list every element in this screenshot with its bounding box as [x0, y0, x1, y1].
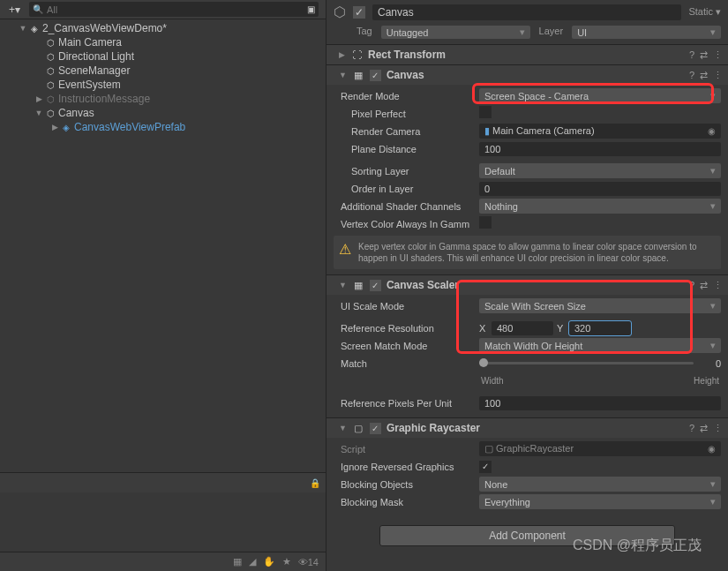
layers-icon[interactable]: ◢: [249, 556, 256, 567]
menu-icon[interactable]: ⋮: [713, 423, 723, 434]
auto-icon[interactable]: 🔒: [310, 478, 320, 488]
foldout-icon[interactable]: ▶: [339, 50, 345, 59]
gameobject-icon: ⬡: [334, 4, 346, 20]
ref-res-x-field[interactable]: [492, 321, 553, 335]
item-label: SceneManager: [58, 64, 130, 77]
tag-dropdown[interactable]: Untagged: [381, 26, 530, 39]
component-enabled-checkbox[interactable]: ✓: [370, 280, 381, 291]
console-toolbar: 🔒: [0, 473, 326, 492]
static-toggle[interactable]: Static ▾: [688, 6, 721, 18]
ref-ppu-label: Reference Pixels Per Unit: [334, 398, 479, 409]
foldout-icon[interactable]: ▼: [18, 24, 28, 33]
scaler-icon: ▦: [352, 280, 364, 291]
help-icon[interactable]: ?: [689, 70, 694, 81]
search-overlay-icon[interactable]: ▣: [307, 4, 315, 14]
item-label: InstructionMessage: [58, 93, 150, 105]
component-header[interactable]: ▼ ▦ ✓ Canvas ?⇄⋮: [326, 65, 728, 85]
additional-shader-dropdown[interactable]: Nothing: [479, 199, 721, 214]
vertex-color-checkbox[interactable]: [479, 216, 492, 229]
render-camera-field[interactable]: ▮ Main Camera (Camera): [479, 124, 721, 139]
scene-row[interactable]: ▼ ◈ 2_CanvasWebViewDemo*: [0, 21, 326, 35]
layer-label: Layer: [539, 26, 564, 39]
enabled-checkbox[interactable]: ✓: [353, 6, 365, 19]
foldout-icon[interactable]: ▶: [34, 94, 44, 103]
ref-res-y-field[interactable]: [569, 321, 631, 335]
ref-res-label: Reference Resolution: [334, 323, 479, 334]
sorting-layer-dropdown[interactable]: Default: [479, 163, 721, 178]
component-title: Canvas Scaler: [387, 279, 684, 291]
match-label: Match: [334, 358, 479, 369]
blocking-mask-dropdown[interactable]: Everything: [479, 494, 721, 509]
item-label: Directional Light: [58, 50, 134, 63]
plane-distance-label: Plane Distance: [334, 144, 479, 154]
script-label: Script: [334, 444, 479, 455]
x-label: X: [479, 323, 488, 334]
foldout-icon[interactable]: ▼: [339, 71, 347, 79]
preset-icon[interactable]: ⇄: [700, 423, 708, 434]
blocking-objects-dropdown[interactable]: None: [479, 477, 721, 492]
help-icon[interactable]: ?: [689, 49, 694, 61]
vertex-color-label: Vertex Color Always In Gamm: [334, 219, 479, 229]
rect-transform-component: ▶ ⛶ Rect Transform ?⇄⋮: [326, 44, 728, 64]
hand-icon[interactable]: ✋: [263, 556, 275, 567]
menu-icon[interactable]: ⋮: [713, 280, 723, 291]
component-header[interactable]: ▼ ▦ ✓ Canvas Scaler ?⇄⋮: [326, 275, 728, 295]
component-header[interactable]: ▼ ▢ ✓ Graphic Raycaster ?⇄⋮: [326, 418, 728, 438]
rect-transform-icon: ⛶: [350, 49, 363, 60]
additional-shader-label: Additional Shader Channels: [334, 201, 479, 212]
help-icon[interactable]: ?: [689, 280, 694, 291]
gameobject-icon: ⬡: [44, 38, 56, 48]
layer-dropdown[interactable]: UI: [572, 26, 721, 39]
hierarchy-item[interactable]: ⬡ SceneManager: [0, 64, 326, 78]
component-enabled-checkbox[interactable]: ✓: [370, 70, 381, 81]
object-name-field[interactable]: [372, 4, 681, 20]
component-header[interactable]: ▶ ⛶ Rect Transform ?⇄⋮: [326, 45, 728, 64]
ui-scale-mode-dropdown[interactable]: Scale With Screen Size: [479, 298, 721, 313]
component-title: Canvas: [387, 69, 684, 81]
menu-icon[interactable]: ⋮: [713, 49, 723, 61]
warning-text: Keep vertex color in Gamma space to allo…: [358, 241, 716, 264]
search-icon: 🔍: [33, 4, 43, 14]
create-dropdown[interactable]: +▾: [4, 4, 26, 16]
foldout-icon[interactable]: ▼: [339, 424, 347, 432]
pixel-perfect-checkbox[interactable]: [479, 106, 492, 118]
hierarchy-item[interactable]: ⬡ Directional Light: [0, 49, 326, 64]
canvas-component: ▼ ▦ ✓ Canvas ?⇄⋮ Render Mode Screen Spac…: [326, 64, 728, 274]
star-icon[interactable]: ★: [282, 556, 291, 567]
prefab-icon: ◈: [60, 123, 72, 132]
tag-layer-row: Tag Untagged Layer UI: [326, 24, 728, 44]
match-mode-dropdown[interactable]: Match Width Or Height: [479, 338, 721, 353]
hierarchy-item[interactable]: ⬡ EventSystem: [0, 78, 326, 92]
pixel-perfect-label: Pixel Perfect: [334, 109, 479, 119]
search-input[interactable]: [47, 4, 307, 15]
hierarchy-tree: ▼ ◈ 2_CanvasWebViewDemo* ⬡ Main Camera ⬡…: [0, 19, 326, 472]
component-enabled-checkbox[interactable]: ✓: [370, 423, 381, 434]
ignore-reversed-checkbox[interactable]: ✓: [479, 461, 492, 473]
hierarchy-search[interactable]: 🔍 ▣: [29, 2, 319, 17]
visibility-count[interactable]: 👁 14: [298, 557, 319, 567]
match-slider[interactable]: [479, 362, 694, 364]
foldout-icon[interactable]: ▼: [34, 109, 44, 117]
menu-icon[interactable]: ⋮: [713, 70, 723, 81]
add-component-button[interactable]: Add Component: [379, 525, 675, 546]
hierarchy-item-selected[interactable]: ▶ ◈ CanvasWebViewPrefab: [0, 120, 326, 134]
gameobject-icon: ⬡: [44, 109, 56, 118]
order-in-layer-field[interactable]: [479, 182, 721, 196]
ref-ppu-field[interactable]: [479, 396, 721, 410]
blocking-objects-label: Blocking Objects: [334, 479, 479, 490]
gameobject-icon: ⬡: [44, 52, 56, 62]
picker-icon[interactable]: ▦: [233, 556, 242, 567]
item-label: EventSystem: [58, 79, 121, 91]
preset-icon[interactable]: ⇄: [700, 70, 708, 81]
foldout-icon[interactable]: ▶: [49, 123, 60, 131]
hierarchy-item[interactable]: ▶ ⬡ InstructionMessage: [0, 92, 326, 106]
preset-icon[interactable]: ⇄: [700, 280, 708, 291]
hierarchy-item[interactable]: ▼ ⬡ Canvas: [0, 106, 326, 120]
hierarchy-item[interactable]: ⬡ Main Camera: [0, 35, 326, 49]
preset-icon[interactable]: ⇄: [700, 49, 708, 61]
render-mode-dropdown[interactable]: Screen Space - Camera: [479, 88, 721, 103]
help-icon[interactable]: ?: [689, 423, 694, 434]
foldout-icon[interactable]: ▼: [339, 281, 347, 289]
sorting-layer-label: Sorting Layer: [334, 166, 479, 177]
plane-distance-field[interactable]: [479, 142, 721, 156]
